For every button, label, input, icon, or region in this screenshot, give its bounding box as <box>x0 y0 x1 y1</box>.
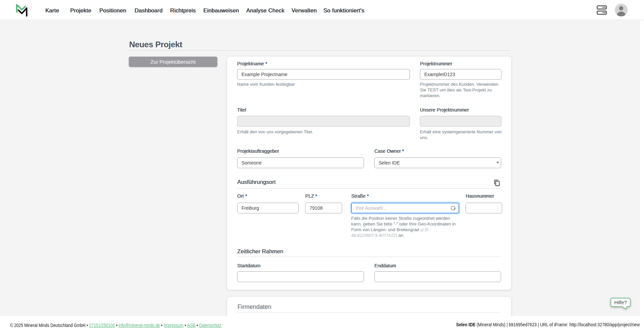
svg-text:Hilfe?: Hilfe? <box>614 300 627 305</box>
